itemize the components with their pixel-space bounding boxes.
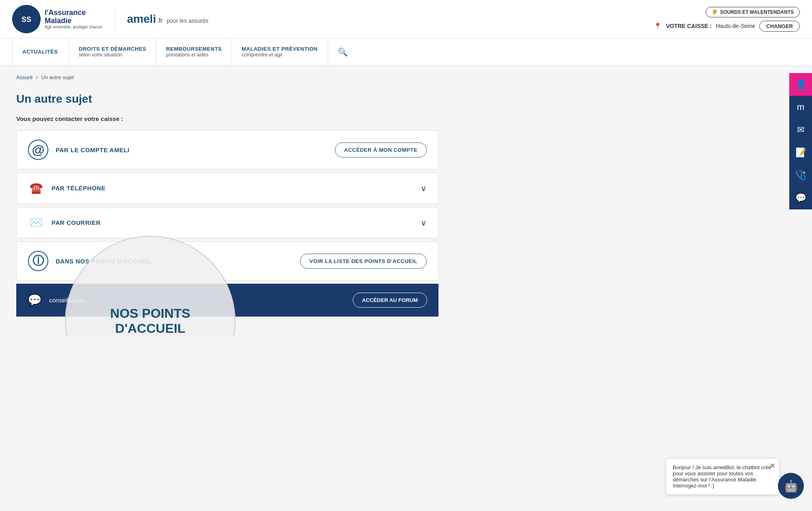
brand-logo-icon: SS (12, 5, 41, 33)
deaf-icon: 🦻 (712, 9, 718, 15)
caisse-area: 📍 VOTRE CAISSE : Hauts-de-Seine CHANGER (654, 21, 800, 32)
nav-sub-maladies: comprendre et agir (242, 52, 283, 58)
ameli-account-icon: @ (28, 140, 48, 160)
message-icon: m (797, 102, 804, 112)
email-icon: ✉ (797, 125, 804, 135)
ameli-fr: .fr (157, 17, 162, 24)
breadcrumb-separator: › (36, 74, 38, 80)
logo-brand1: l'Assurance (45, 9, 86, 17)
chevron-courrier: ∨ (421, 218, 427, 228)
ameli-pour: pour les assurés (167, 17, 209, 24)
content-area: Assuré › Un autre sujet Un autre sujet V… (0, 66, 455, 336)
nav-sub-remboursements: prestations et aides (166, 52, 208, 58)
logo-sub: Agir ensemble, protéger chacun (45, 25, 102, 29)
acceder-compte-button[interactable]: ACCÉDER À MON COMPTE (335, 142, 427, 157)
search-icon: 🔍 (338, 47, 348, 57)
contact-label-courrier: PAR COURRIER (52, 219, 101, 226)
person-icon: 👤 (795, 79, 806, 90)
logo-text: l'Assurance Maladie Agir ensemble, proté… (45, 9, 102, 30)
deaf-button[interactable]: 🦻 SOURDS ET MALENTENDANTS (706, 7, 800, 17)
nav-item-remboursements[interactable]: REMBOURSEMENTS prestations et aides (156, 39, 232, 65)
svg-text:SS: SS (22, 15, 31, 24)
logo-brand2: Maladie (45, 17, 71, 25)
contact-label-ameli: PAR LE COMPTE AMELI (56, 147, 130, 153)
changer-button[interactable]: CHANGER (759, 21, 800, 32)
ameli-logo: ameli .fr pour les assurés (127, 13, 209, 26)
contact-card-left-ameli: @ PAR LE COMPTE AMELI (28, 140, 130, 160)
nav-item-maladies[interactable]: MALADIES ET PRÉVENTION comprendre et agi… (232, 39, 328, 65)
nav-label-remboursements: REMBOURSEMENTS (166, 46, 222, 52)
chat-icon: 💬 (795, 193, 806, 203)
sidebar-btn-chat[interactable]: 💬 (789, 187, 812, 209)
nav-item-droits[interactable]: DROITS ET DÉMARCHES selon votre situatio… (69, 39, 156, 65)
header: SS l'Assurance Maladie Agir ensemble, pr… (0, 0, 812, 39)
nav-sub-droits: selon votre situation (79, 52, 122, 58)
contact-card-telephone[interactable]: ☎️ PAR TÉLÉPHONE ∨ (16, 172, 438, 204)
page-title: Un autre sujet (16, 93, 438, 106)
caisse-name: Hauts-de-Seine (716, 23, 755, 29)
accueil-icon: ⓘ (28, 251, 48, 271)
sidebar-right: 👤 m ✉ 📝 🩺 💬 (789, 73, 812, 209)
sidebar-btn-doctor[interactable]: 🩺 (789, 164, 812, 187)
contact-card-left-courrier: ✉️ PAR COURRIER (28, 216, 101, 229)
contact-card-left-telephone: ☎️ PAR TÉLÉPHONE (28, 182, 106, 194)
logo-area: SS l'Assurance Maladie Agir ensemble, pr… (12, 5, 208, 33)
sidebar-btn-form[interactable]: 📝 (789, 141, 812, 164)
contact-card-ameli[interactable]: @ PAR LE COMPTE AMELI ACCÉDER À MON COMP… (16, 130, 438, 169)
nav-bar: ACTUALITÉS DROITS ET DÉMARCHES selon vot… (0, 39, 812, 66)
nav-item-actualites[interactable]: ACTUALITÉS (12, 39, 69, 65)
section-intro: Vous pouvez contacter votre caisse : (16, 115, 438, 122)
nav-items: ACTUALITÉS DROITS ET DÉMARCHES selon vot… (12, 39, 800, 65)
logo-box: SS l'Assurance Maladie Agir ensemble, pr… (12, 5, 102, 33)
logo-divider (114, 9, 115, 29)
voir-points-button[interactable]: VOIR LA LISTE DES POINTS D'ACCUEIL (300, 254, 427, 269)
caisse-label: VOTRE CAISSE : (666, 23, 712, 29)
breadcrumb-parent[interactable]: Assuré (16, 74, 32, 80)
header-right: 🦻 SOURDS ET MALENTENDANTS 📍 VOTRE CAISSE… (654, 7, 800, 32)
sidebar-btn-account[interactable]: 👤 (789, 73, 812, 96)
main-wrapper: Assuré › Un autre sujet Un autre sujet V… (0, 66, 812, 336)
acceder-forum-button[interactable]: ACCÉDER AU FORUM (353, 293, 427, 308)
telephone-icon: ☎️ (28, 182, 44, 194)
breadcrumb-current: Un autre sujet (41, 74, 74, 80)
courrier-icon: ✉️ (28, 216, 44, 229)
location-icon: 📍 (654, 22, 662, 30)
deaf-label: SOURDS ET MALENTENDANTS (720, 9, 794, 15)
nav-label-droits: DROITS ET DÉMARCHES (79, 46, 146, 52)
sidebar-btn-messages[interactable]: m (789, 96, 812, 119)
edit-icon: 📝 (795, 147, 806, 158)
contact-card-courrier[interactable]: ✉️ PAR COURRIER ∨ (16, 207, 438, 238)
contact-cards-wrapper: @ PAR LE COMPTE AMELI ACCÉDER À MON COMP… (16, 130, 438, 280)
overlay-circle-text: NOS POINTS D'ACCUEIL (66, 298, 235, 336)
contact-label-telephone: PAR TÉLÉPHONE (52, 185, 106, 192)
sidebar-btn-email[interactable]: ✉ (789, 119, 812, 141)
nav-label-actualites: ACTUALITÉS (22, 49, 58, 55)
breadcrumb: Assuré › Un autre sujet (16, 74, 438, 80)
chevron-telephone: ∨ (421, 183, 427, 193)
stethoscope-icon: 🩺 (795, 170, 806, 181)
forum-icon: 💬 (28, 293, 42, 307)
ameli-text: ameli (127, 13, 156, 26)
search-button[interactable]: 🔍 (328, 39, 358, 65)
nav-label-maladies: MALADIES ET PRÉVENTION (242, 46, 317, 52)
